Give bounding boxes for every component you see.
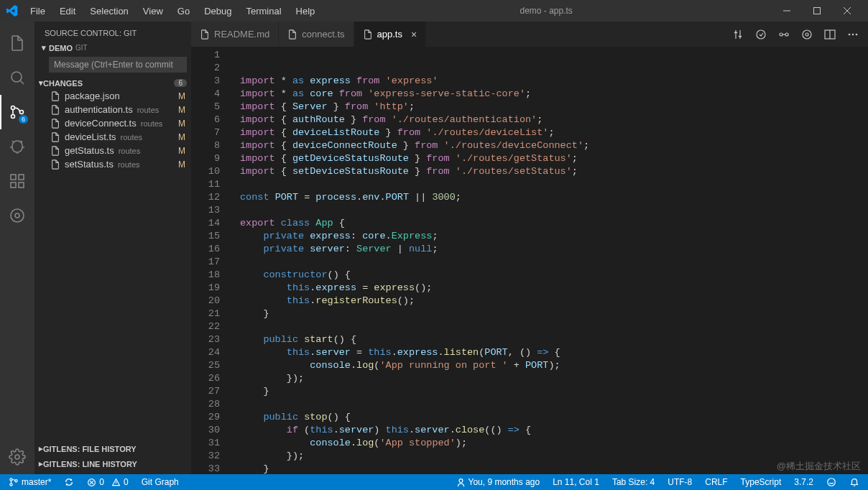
changes-header[interactable]: ▾ CHANGES 6	[34, 77, 191, 89]
open-changes-icon[interactable]	[754, 28, 767, 41]
svg-point-18	[849, 33, 851, 35]
svg-point-10	[15, 213, 19, 218]
close-button[interactable]	[832, 0, 862, 22]
titlebar: FileEditSelectionViewGoDebugTerminalHelp…	[0, 0, 868, 22]
status-gitgraph[interactable]: Git Graph	[139, 474, 182, 490]
svg-point-22	[10, 484, 12, 486]
svg-point-16	[805, 33, 808, 36]
file-dir: routes	[121, 133, 143, 142]
svg-point-21	[10, 479, 12, 481]
status-feedback-icon[interactable]	[823, 474, 839, 490]
tab-bar: README.mdconnect.tsapp.ts×	[191, 22, 868, 47]
file-dir: routes	[137, 106, 160, 114]
menu-bar: FileEditSelectionViewGoDebugTerminalHelp	[24, 3, 320, 19]
status-language[interactable]: TypeScript	[738, 474, 785, 490]
svg-rect-6	[11, 182, 16, 188]
svg-rect-8	[19, 175, 24, 180]
svg-rect-5	[11, 175, 16, 180]
source-control-icon[interactable]: 6	[0, 95, 34, 129]
menu-item-debug[interactable]: Debug	[198, 3, 237, 19]
status-problems[interactable]: 0 0	[84, 474, 131, 490]
tab-label: connect.ts	[302, 29, 344, 40]
file-icon	[287, 29, 297, 40]
status-sync[interactable]	[61, 474, 77, 490]
changed-file[interactable]: setStatus.ts routesM	[34, 157, 191, 171]
menu-item-help[interactable]: Help	[290, 3, 321, 19]
gitlens-line-history-header[interactable]: ▸ GITLENS: LINE HISTORY	[34, 456, 191, 471]
svg-rect-7	[19, 182, 24, 188]
editor-actions	[723, 22, 868, 47]
file-name: deviceList.ts	[65, 131, 116, 142]
tab-README-md[interactable]: README.md	[191, 22, 279, 47]
file-icon	[50, 146, 60, 156]
file-status: M	[178, 91, 187, 101]
maximize-button[interactable]	[802, 0, 832, 22]
changed-file[interactable]: authentication.ts routesM	[34, 103, 191, 116]
svg-point-23	[15, 480, 17, 482]
changed-file[interactable]: package.jsonM	[34, 89, 191, 103]
file-icon	[200, 29, 210, 40]
file-status: M	[178, 132, 187, 142]
debug-icon[interactable]	[0, 129, 34, 164]
close-icon[interactable]: ×	[411, 29, 417, 40]
svg-point-3	[11, 115, 15, 119]
minimize-button[interactable]	[772, 0, 802, 22]
file-dir: routes	[118, 160, 140, 169]
commit-message-input[interactable]	[49, 57, 187, 73]
more-actions-icon[interactable]	[846, 28, 859, 41]
code-area[interactable]: 1234567891011121314151617181920212223242…	[191, 47, 868, 474]
repo-provider: GIT	[75, 44, 88, 52]
menu-item-selection[interactable]: Selection	[84, 3, 134, 19]
commit-message-wrapper	[49, 57, 187, 73]
svg-point-25	[459, 479, 463, 482]
tab-connect-ts[interactable]: connect.ts	[279, 22, 354, 47]
scm-badge: 6	[19, 115, 28, 124]
revision-nav-icon[interactable]	[777, 28, 790, 41]
repo-header[interactable]: ▾ DEMO GIT	[34, 42, 191, 54]
toggle-blame-icon[interactable]	[800, 28, 813, 41]
file-icon	[50, 91, 60, 101]
changed-file[interactable]: deviceConnect.ts routesM	[34, 116, 191, 130]
compare-changes-icon[interactable]	[731, 28, 744, 41]
explorer-icon[interactable]	[0, 26, 34, 60]
status-bell-icon[interactable]	[846, 474, 862, 490]
file-icon	[363, 29, 373, 40]
tab-label: README.md	[214, 29, 269, 40]
tab-app-ts[interactable]: app.ts×	[354, 22, 427, 47]
file-icon	[50, 119, 60, 129]
status-ts-version[interactable]: 3.7.2	[791, 474, 816, 490]
status-tabsize[interactable]: Tab Size: 4	[609, 474, 657, 490]
menu-item-go[interactable]: Go	[172, 3, 195, 19]
code-content[interactable]: import * as express from 'express'import…	[231, 47, 868, 474]
status-lncol[interactable]: Ln 11, Col 1	[550, 474, 602, 490]
file-dir: routes	[141, 119, 163, 128]
changed-file[interactable]: getStatus.ts routesM	[34, 144, 191, 157]
status-blame[interactable]: You, 9 months ago	[453, 474, 543, 490]
svg-point-14	[785, 33, 788, 36]
file-status: M	[178, 146, 187, 156]
split-editor-icon[interactable]	[823, 28, 836, 41]
window-title: demo - app.ts	[320, 6, 772, 16]
menu-item-view[interactable]: View	[137, 3, 169, 19]
file-status: M	[178, 119, 187, 129]
status-eol[interactable]: CRLF	[702, 474, 730, 490]
search-icon[interactable]	[0, 60, 34, 95]
changed-file[interactable]: deviceList.ts routesM	[34, 130, 191, 144]
activity-bar: 6	[0, 22, 34, 474]
status-branch[interactable]: master*	[6, 474, 54, 490]
settings-gear-icon[interactable]	[0, 440, 34, 474]
svg-point-20	[856, 33, 858, 35]
menu-item-file[interactable]: File	[24, 3, 51, 19]
file-name: deviceConnect.ts	[65, 118, 137, 129]
file-status: M	[178, 105, 187, 115]
menu-item-edit[interactable]: Edit	[54, 3, 81, 19]
menu-item-terminal[interactable]: Terminal	[240, 3, 287, 19]
extensions-icon[interactable]	[0, 164, 34, 198]
svg-point-12	[757, 30, 765, 39]
gitlens-icon[interactable]	[0, 198, 34, 233]
file-name: package.json	[65, 91, 120, 101]
tab-label: app.ts	[377, 29, 402, 40]
gitlens-file-history-header[interactable]: ▸ GITLENS: FILE HISTORY	[34, 441, 191, 456]
status-encoding[interactable]: UTF-8	[665, 474, 695, 490]
watermark: @稀土掘金技术社区	[777, 460, 861, 473]
